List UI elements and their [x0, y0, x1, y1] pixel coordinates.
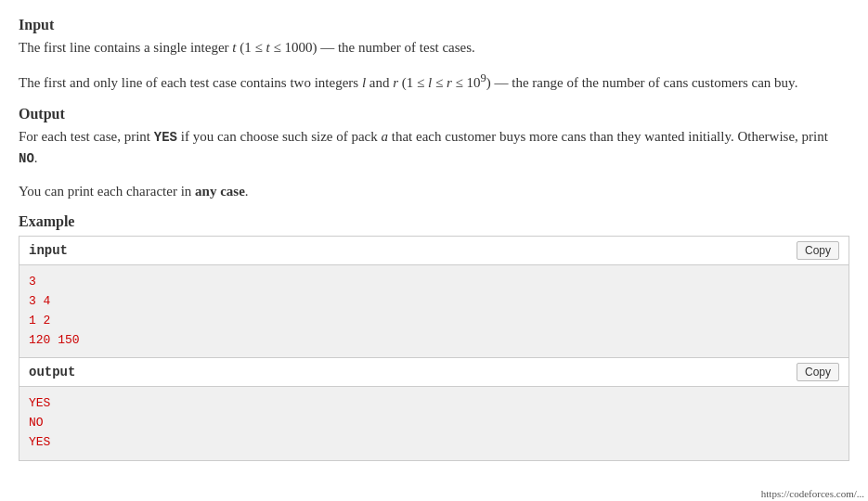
output-line-2: NO: [29, 414, 839, 433]
input-heading: Input: [19, 17, 849, 33]
output-label: output: [29, 365, 75, 379]
example-heading: Example: [19, 213, 849, 230]
input-label: input: [29, 243, 68, 258]
output-para1: For each test case, print YES if you can…: [19, 126, 849, 170]
url-bar: https://codeforces.com/...: [758, 486, 868, 501]
input-line-1: 3: [29, 273, 839, 292]
output-line-1: YES: [29, 394, 839, 414]
output-copy-button[interactable]: Copy: [797, 363, 839, 381]
example-section: Example input Copy 3 3 4 1 2 120 150 out…: [19, 213, 849, 461]
input-line-3: 1 2: [29, 312, 839, 331]
input-para2: The first and only line of each test cas…: [19, 70, 849, 94]
example-block: input Copy 3 3 4 1 2 120 150 output Copy…: [19, 236, 849, 461]
input-body: 3 3 4 1 2 120 150: [19, 265, 849, 357]
input-line-4: 120 150: [29, 331, 839, 351]
output-para2: You can print each character in any case…: [19, 181, 849, 202]
input-row-header: input Copy: [19, 237, 849, 265]
output-row-header: output Copy: [19, 357, 849, 387]
input-para1: The first line contains a single integer…: [19, 37, 849, 58]
output-body: YES NO YES: [19, 387, 849, 459]
output-section: Output For each test case, print YES if …: [19, 106, 849, 203]
input-line-2: 3 4: [29, 292, 839, 312]
input-copy-button[interactable]: Copy: [797, 241, 839, 260]
input-section: Input The first line contains a single i…: [19, 17, 849, 95]
output-line-3: YES: [29, 433, 839, 453]
output-heading: Output: [19, 106, 849, 122]
